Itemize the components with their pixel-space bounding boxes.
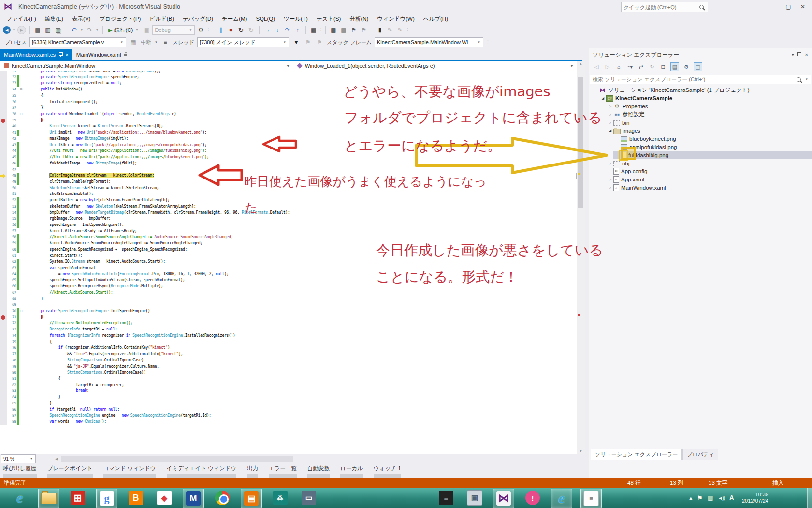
breakpoint-margin[interactable]	[0, 265, 7, 271]
breakpoint-margin[interactable]	[0, 240, 7, 247]
bottom-tab-7[interactable]: ローカル	[340, 465, 363, 472]
code-editor[interactable]: 31private DrawingVisual drawVisual = new…	[0, 71, 577, 454]
code-line-54[interactable]: 54bmpBuffer = new RenderTargetBitmap(clr…	[0, 210, 577, 216]
scroll-down-icon[interactable]: ▼	[577, 449, 585, 453]
breakpoint-margin[interactable]	[0, 105, 7, 111]
fold-toggle-icon[interactable]: ⊟	[19, 87, 23, 93]
home-icon[interactable]: ⌂	[615, 63, 623, 71]
breakpoint-margin[interactable]	[0, 413, 7, 419]
speaker-icon[interactable]: ◄))	[718, 495, 725, 501]
breakpoint-margin[interactable]	[0, 99, 7, 105]
menu-item-9[interactable]: テスト(S)	[312, 14, 346, 24]
code-line-56[interactable]: 56speechEngine = InitSpeechEngine();	[0, 222, 577, 228]
code-line-81[interactable]: 81{	[0, 376, 577, 382]
collapse-all-icon[interactable]: ⊟	[659, 63, 667, 71]
tree-item-MainWindow.xaml[interactable]: ▷‹›MainWindow.xaml	[589, 184, 812, 192]
document-icon[interactable]: ▤	[329, 26, 338, 34]
document-tab-0[interactable]: MainWindow.xaml.cs×	[0, 49, 72, 60]
tree-item-KinectCameraSample[interactable]: ◢C#KinectCameraSample	[589, 94, 812, 103]
unflag-threads-icon[interactable]: ⚑	[315, 38, 324, 46]
breakpoint-margin[interactable]	[0, 154, 7, 161]
breakpoint-margin[interactable]	[0, 179, 7, 185]
pending-changes-icon[interactable]: ◔▾	[626, 63, 634, 71]
save-all-icon[interactable]: ▥	[54, 26, 62, 34]
refresh-icon[interactable]: ↻	[648, 63, 656, 71]
office-orange-icon[interactable]: ▤	[241, 489, 262, 508]
menu-item-12[interactable]: ヘルプ(H)	[419, 14, 452, 24]
breakpoint-margin[interactable]	[0, 247, 7, 253]
breakpoint-margin[interactable]	[0, 80, 7, 87]
code-line-68[interactable]: 68}	[0, 296, 577, 302]
breakpoint-margin[interactable]	[0, 345, 7, 351]
tree-item-comipofukidasi.png[interactable]: comipofukidasi.png	[589, 143, 812, 151]
breakpoint-margin[interactable]	[0, 210, 7, 216]
code-line-82[interactable]: 82targetRi = recognizer;	[0, 382, 577, 388]
preview-selected-icon[interactable]: ▢	[694, 62, 702, 71]
bottom-tab-0[interactable]: 呼び出し履歴	[3, 465, 37, 472]
undo-icon[interactable]: ↶	[70, 26, 78, 34]
step-out-icon[interactable]: ↑	[293, 26, 302, 34]
navigate-back-dropdown[interactable]: ▾	[12, 28, 16, 32]
redo-dropdown[interactable]: ▾	[95, 28, 99, 32]
code-line-51[interactable]: 51skelStream.Enable();	[0, 191, 577, 197]
document-tab-1[interactable]: MainWindow.xaml	[72, 49, 132, 60]
bottom-tab-8[interactable]: ウォッチ 1	[374, 465, 401, 472]
suspend-icon[interactable]: ▦	[129, 38, 138, 46]
bottom-tab-1[interactable]: ブレークポイント	[47, 465, 93, 472]
menu-item-3[interactable]: プロジェクト(P)	[95, 14, 145, 24]
show-next-statement-icon[interactable]: →	[263, 26, 272, 34]
new-file-icon[interactable]: ▤	[33, 26, 42, 34]
breakpoint-margin[interactable]	[0, 71, 7, 75]
breakpoint-margin[interactable]	[0, 75, 7, 81]
tree-item-App.xaml[interactable]: ▷‹›App.xaml	[589, 176, 812, 184]
bottom-tab-5[interactable]: エラー一覧	[269, 465, 297, 472]
code-line-72[interactable]: 72//throw new NotImplementedException();	[0, 320, 577, 327]
edit-note-icon[interactable]: ✎	[386, 26, 394, 34]
chrome-icon[interactable]	[212, 489, 232, 507]
filter-funnel-icon[interactable]: ▼	[292, 38, 301, 46]
minimize-button[interactable]: –	[768, 1, 780, 12]
breakpoint-margin[interactable]	[0, 197, 7, 204]
tree-item-参照設定[interactable]: ▷■-■参照設定	[589, 110, 812, 119]
ime-mode-indicator[interactable]: A	[729, 494, 734, 502]
action-center-flag-icon[interactable]: ⚑	[697, 494, 703, 502]
step-into-icon[interactable]: ↓	[273, 26, 282, 34]
code-line-57[interactable]: 57kinect.AllFramesReady += AllFramesRead…	[0, 228, 577, 235]
expander-icon[interactable]: ▷	[607, 105, 613, 108]
code-line-47[interactable]: 47	[0, 167, 577, 173]
menu-item-2[interactable]: 表示(V)	[68, 14, 95, 24]
code-line-73[interactable]: 73RecognizerInfo targetRi = null;	[0, 327, 577, 333]
breakpoint-margin[interactable]	[0, 271, 7, 278]
breakpoint-margin[interactable]	[0, 222, 7, 228]
stop-icon[interactable]: ■	[227, 26, 235, 34]
code-line-76[interactable]: 76if (recognizer.AdditionalInfo.Contains…	[0, 345, 577, 351]
breakpoint-margin[interactable]	[0, 111, 7, 118]
fold-toggle-icon[interactable]: ⊟	[19, 111, 23, 118]
menu-item-1[interactable]: 編集(E)	[41, 14, 68, 24]
attach-icon[interactable]: ▣	[142, 26, 151, 34]
step-over-icon[interactable]: ↷	[283, 26, 292, 34]
breakpoint-margin[interactable]	[0, 296, 7, 302]
sync-with-active-icon[interactable]: ⇄	[637, 63, 645, 71]
breakpoint-marker-icon[interactable]: ▮	[376, 26, 384, 34]
find-icon[interactable]: ⚙	[196, 26, 205, 34]
close-tab-icon[interactable]: ×	[65, 52, 68, 58]
expander-icon[interactable]: ▷	[607, 186, 613, 190]
breakpoint-margin[interactable]	[0, 320, 7, 327]
menu-item-10[interactable]: 分析(N)	[345, 14, 373, 24]
code-line-88[interactable]: 88var words = new Choices();	[0, 419, 577, 425]
code-line-77[interactable]: 77&& "True".Equals(recognizer.Additional…	[0, 351, 577, 358]
show-desktop-button[interactable]	[807, 488, 812, 508]
breakpoint-margin[interactable]	[0, 339, 7, 345]
scroll-left-icon[interactable]: ◀	[55, 457, 58, 461]
expander-icon[interactable]: ◢	[607, 129, 613, 133]
menu-item-6[interactable]: チーム(M)	[218, 14, 251, 24]
visual-studio-icon[interactable]: ⋈	[493, 489, 514, 508]
breakpoint-margin[interactable]	[0, 185, 7, 192]
code-line-32[interactable]: 32private SpeechRecognitionEngine speech…	[0, 75, 577, 81]
close-panel-icon[interactable]: ×	[805, 52, 808, 58]
breakpoint-margin[interactable]	[0, 277, 7, 284]
edit-note-2-icon[interactable]: ✎	[396, 26, 405, 34]
restore-button[interactable]: ▢	[782, 1, 795, 12]
breakpoint-margin[interactable]	[0, 284, 7, 290]
